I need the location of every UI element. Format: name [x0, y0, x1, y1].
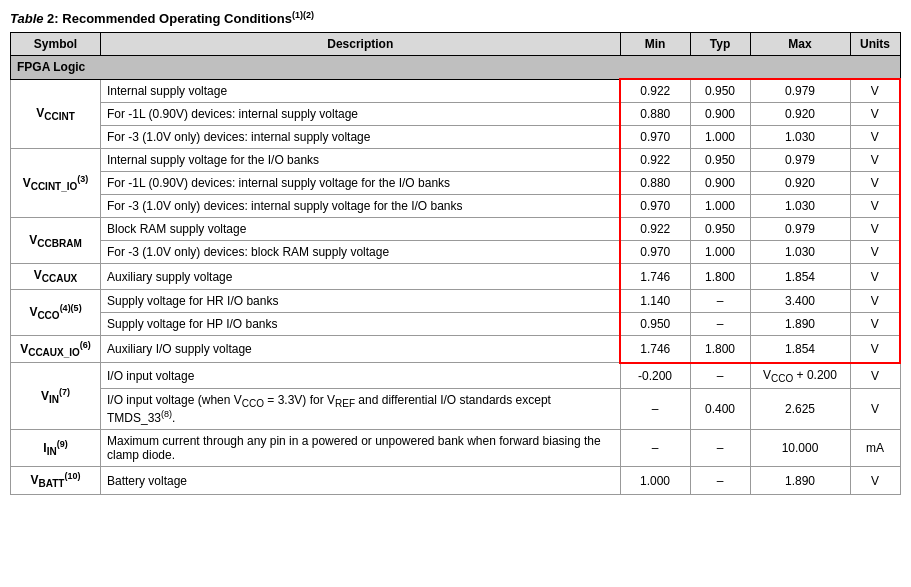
units-cell: V [850, 195, 900, 218]
description-cell: Block RAM supply voltage [101, 218, 621, 241]
typ-cell: 0.900 [690, 172, 750, 195]
table-row: VCCO(4)(5)Supply voltage for HR I/O bank… [11, 289, 901, 312]
units-cell: V [850, 149, 900, 172]
units-cell: V [850, 79, 900, 103]
max-cell: 1.030 [750, 126, 850, 149]
table-row: VCCBRAMBlock RAM supply voltage0.9220.95… [11, 218, 901, 241]
min-cell: 0.922 [620, 149, 690, 172]
description-cell: For -3 (1.0V only) devices: internal sup… [101, 126, 621, 149]
description-cell: For -3 (1.0V only) devices: block RAM su… [101, 241, 621, 264]
units-cell: V [850, 467, 900, 494]
description-cell: Supply voltage for HR I/O banks [101, 289, 621, 312]
min-cell: 0.922 [620, 79, 690, 103]
table-row: For -3 (1.0V only) devices: block RAM su… [11, 241, 901, 264]
col-header-min: Min [620, 33, 690, 56]
min-cell: 0.880 [620, 103, 690, 126]
min-cell: 0.880 [620, 172, 690, 195]
max-cell: 1.854 [750, 335, 850, 362]
max-cell: VCCO + 0.200 [750, 363, 850, 389]
min-cell: 1.140 [620, 289, 690, 312]
max-cell: 2.625 [750, 389, 850, 430]
symbol-cell: VCCAUX [11, 264, 101, 289]
col-header-symbol: Symbol [11, 33, 101, 56]
description-cell: I/O input voltage (when VCCO = 3.3V) for… [101, 389, 621, 430]
symbol-cell: VCCINT [11, 79, 101, 149]
max-cell: 1.030 [750, 195, 850, 218]
typ-cell: 1.800 [690, 335, 750, 362]
typ-cell: 0.950 [690, 79, 750, 103]
units-cell: V [850, 241, 900, 264]
units-cell: V [850, 103, 900, 126]
description-cell: For -1L (0.90V) devices: internal supply… [101, 172, 621, 195]
min-cell: 1.746 [620, 264, 690, 289]
min-cell: 0.970 [620, 195, 690, 218]
typ-cell: 1.000 [690, 126, 750, 149]
typ-cell: – [690, 312, 750, 335]
min-cell: 0.922 [620, 218, 690, 241]
typ-cell: 1.000 [690, 241, 750, 264]
units-cell: V [850, 126, 900, 149]
table-row: VBATT(10)Battery voltage1.000–1.890V [11, 467, 901, 494]
min-cell: 0.970 [620, 241, 690, 264]
min-cell: 0.950 [620, 312, 690, 335]
description-cell: Battery voltage [101, 467, 621, 494]
col-header-max: Max [750, 33, 850, 56]
table-row: I/O input voltage (when VCCO = 3.3V) for… [11, 389, 901, 430]
max-cell: 0.979 [750, 218, 850, 241]
table-row: VCCINT_IO(3)Internal supply voltage for … [11, 149, 901, 172]
units-cell: V [850, 312, 900, 335]
max-cell: 1.854 [750, 264, 850, 289]
table-row: VCCAUXAuxiliary supply voltage1.7461.800… [11, 264, 901, 289]
max-cell: 0.979 [750, 149, 850, 172]
typ-cell: 0.900 [690, 103, 750, 126]
table-row: VCCAUX_IO(6)Auxiliary I/O supply voltage… [11, 335, 901, 362]
typ-cell: – [690, 467, 750, 494]
table-row: For -3 (1.0V only) devices: internal sup… [11, 126, 901, 149]
table-row: Supply voltage for HP I/O banks0.950–1.8… [11, 312, 901, 335]
max-cell: 1.890 [750, 467, 850, 494]
units-cell: V [850, 289, 900, 312]
table-row: For -1L (0.90V) devices: internal supply… [11, 103, 901, 126]
max-cell: 0.979 [750, 79, 850, 103]
typ-cell: – [690, 363, 750, 389]
max-cell: 10.000 [750, 430, 850, 467]
table-row: VIN(7)I/O input voltage-0.200–VCCO + 0.2… [11, 363, 901, 389]
units-cell: V [850, 363, 900, 389]
typ-cell: 1.800 [690, 264, 750, 289]
symbol-cell: VBATT(10) [11, 467, 101, 494]
units-cell: mA [850, 430, 900, 467]
typ-cell: 0.950 [690, 149, 750, 172]
table-row: For -3 (1.0V only) devices: internal sup… [11, 195, 901, 218]
units-cell: V [850, 335, 900, 362]
description-cell: Internal supply voltage for the I/O bank… [101, 149, 621, 172]
symbol-cell: VCCBRAM [11, 218, 101, 264]
typ-cell: 0.400 [690, 389, 750, 430]
typ-cell: – [690, 289, 750, 312]
symbol-cell: VCCO(4)(5) [11, 289, 101, 335]
units-cell: V [850, 172, 900, 195]
min-cell: -0.200 [620, 363, 690, 389]
table-title: Table 2: Recommended Operating Condition… [10, 10, 901, 26]
symbol-cell: VIN(7) [11, 363, 101, 430]
typ-cell: – [690, 430, 750, 467]
min-cell: 0.970 [620, 126, 690, 149]
typ-cell: 0.950 [690, 218, 750, 241]
col-header-description: Description [101, 33, 621, 56]
min-cell: 1.000 [620, 467, 690, 494]
max-cell: 1.030 [750, 241, 850, 264]
description-cell: Supply voltage for HP I/O banks [101, 312, 621, 335]
description-cell: For -1L (0.90V) devices: internal supply… [101, 103, 621, 126]
units-cell: V [850, 218, 900, 241]
max-cell: 1.890 [750, 312, 850, 335]
min-cell: – [620, 430, 690, 467]
units-cell: V [850, 264, 900, 289]
min-cell: 1.746 [620, 335, 690, 362]
min-cell: – [620, 389, 690, 430]
description-cell: For -3 (1.0V only) devices: internal sup… [101, 195, 621, 218]
description-cell: Auxiliary supply voltage [101, 264, 621, 289]
description-cell: I/O input voltage [101, 363, 621, 389]
symbol-cell: IIN(9) [11, 430, 101, 467]
table-row: IIN(9)Maximum current through any pin in… [11, 430, 901, 467]
max-cell: 0.920 [750, 172, 850, 195]
typ-cell: 1.000 [690, 195, 750, 218]
